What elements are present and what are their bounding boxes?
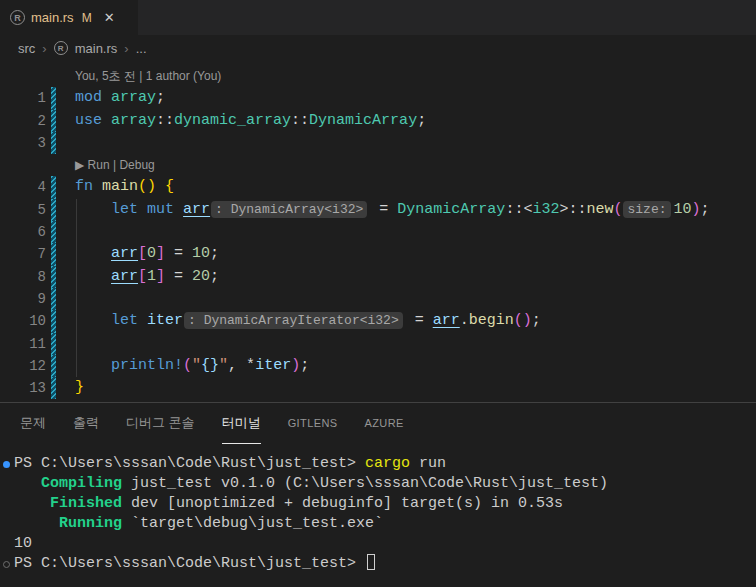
code-token: ;	[210, 268, 219, 285]
terminal-text: Finished	[50, 495, 122, 512]
terminal-cursor	[367, 554, 375, 570]
code-text[interactable]: mod array;	[75, 87, 165, 109]
code-text[interactable]: arr[1] = 20;	[75, 266, 219, 288]
inlay-hint: size:	[623, 201, 670, 218]
codelens-text: ▶ Run | Debug	[75, 154, 155, 176]
code-token: ;	[417, 112, 426, 129]
indent-guide	[76, 333, 77, 355]
terminal-text: just_test v0.1.0 (C:\Users\sssan\Code\Ru…	[122, 475, 608, 492]
line-number[interactable]: 7	[0, 243, 46, 265]
breadcrumb-item[interactable]: main.rs	[75, 41, 118, 56]
line-number[interactable]: 10	[0, 310, 46, 332]
terminal-text: run	[410, 455, 446, 472]
code-token: new	[586, 201, 613, 218]
line-number[interactable]: 13	[0, 377, 46, 399]
line-number[interactable]: 9	[0, 288, 46, 310]
terminal-text: `target\debug\just_test.exe`	[122, 515, 383, 532]
code-token: DynamicArray	[309, 112, 417, 129]
code-token: 10	[192, 245, 210, 262]
code-text[interactable]: arr[0] = 10;	[75, 243, 219, 265]
line-number[interactable]: 5	[0, 199, 46, 221]
panel-tab-gitlens[interactable]: GITLENS	[288, 403, 338, 444]
code-token: 0	[147, 245, 156, 262]
rust-file-icon: R	[10, 10, 25, 25]
line-number[interactable]: 8	[0, 266, 46, 288]
code-token: dynamic_array	[174, 112, 291, 129]
code-token: =	[370, 201, 397, 218]
modified-gutter-indicator	[51, 87, 56, 109]
code-token: *	[246, 357, 255, 374]
code-token: =	[406, 312, 433, 329]
code-token	[156, 178, 165, 195]
code-text[interactable]: let iter: DynamicArrayIterator<i32> = ar…	[75, 310, 541, 332]
code-token	[138, 312, 147, 329]
breadcrumb-item[interactable]: src	[18, 41, 35, 56]
code-text[interactable]: let mut arr: DynamicArray<i32> = Dynamic…	[75, 199, 710, 221]
code-line: 1mod array;	[0, 87, 756, 109]
close-icon[interactable]: ✕	[104, 10, 115, 25]
code-token: iter	[255, 357, 291, 374]
line-number[interactable]: 12	[0, 355, 46, 377]
prompt-decoration-icon[interactable]	[3, 561, 10, 568]
code-token: ;	[532, 312, 541, 329]
code-line: 8 arr[1] = 20;	[0, 266, 756, 288]
code-token: arr	[111, 245, 138, 262]
editor-tab-bar: R main.rs M ✕	[0, 0, 756, 35]
code-text[interactable]: use array::dynamic_array::DynamicArray;	[75, 110, 426, 132]
run-lens[interactable]: ▶ Run	[75, 158, 110, 172]
debug-lens[interactable]: Debug	[119, 158, 154, 172]
code-text[interactable]: }	[75, 377, 84, 399]
terminal-text: Running	[59, 515, 122, 532]
code-line: 2use array::dynamic_array::DynamicArray;	[0, 110, 756, 132]
line-number[interactable]: 3	[0, 132, 46, 154]
breadcrumb-item[interactable]: ...	[136, 41, 147, 56]
modified-gutter-indicator	[51, 221, 56, 243]
code-token: mod	[75, 89, 102, 106]
panel-tab-디버그-콘솔[interactable]: 디버그 콘솔	[126, 403, 195, 444]
panel-tab-터미널[interactable]: 터미널	[222, 403, 261, 444]
terminal-line: Finished dev [unoptimized + debuginfo] t…	[14, 494, 756, 514]
code-token: ()	[514, 312, 532, 329]
code-token: ::	[568, 201, 586, 218]
terminal[interactable]: PS C:\Users\sssan\Code\Rust\just_test> c…	[0, 444, 756, 574]
code-token: let	[111, 201, 138, 218]
code-token: println!	[111, 357, 183, 374]
terminal-text: 10	[14, 535, 32, 552]
codelens-row: ▶ Run | Debug	[0, 154, 756, 176]
code-line: 9	[0, 288, 756, 310]
code-token: DynamicArray	[397, 201, 505, 218]
code-token: ()	[138, 178, 156, 195]
code-token	[75, 357, 111, 374]
line-number[interactable]: 1	[0, 87, 46, 109]
code-token: arr	[183, 201, 210, 218]
code-token: "	[219, 357, 228, 374]
terminal-text: PS C:\Users\sssan\Code\Rust\just_test>	[14, 455, 365, 472]
line-number[interactable]: 4	[0, 176, 46, 198]
code-token: 10	[674, 201, 692, 218]
modified-gutter-indicator	[51, 132, 56, 154]
indent-guide	[76, 221, 77, 243]
code-token: )	[692, 201, 701, 218]
code-token	[138, 201, 147, 218]
code-text[interactable]: fn main() {	[75, 176, 174, 198]
code-token: arr	[111, 268, 138, 285]
git-modified-badge: M	[82, 11, 92, 25]
line-number[interactable]: 2	[0, 110, 46, 132]
command-decoration-icon[interactable]	[3, 461, 10, 468]
code-token: =	[165, 245, 192, 262]
panel-tab-문제[interactable]: 문제	[20, 403, 46, 444]
line-number[interactable]: 11	[0, 333, 46, 355]
line-number[interactable]: 6	[0, 221, 46, 243]
code-line: 7 arr[0] = 10;	[0, 243, 756, 265]
code-token: [	[138, 245, 147, 262]
code-text[interactable]: println!("{}", *iter);	[75, 355, 309, 377]
code-editor[interactable]: You, 5초 전 | 1 author (You)1mod array;2us…	[0, 61, 756, 402]
tab-file-name: main.rs	[31, 10, 74, 25]
tab-main-rs[interactable]: R main.rs M ✕	[0, 0, 138, 35]
panel-tab-azure[interactable]: AZURE	[365, 403, 404, 444]
rust-file-icon: R	[54, 41, 68, 55]
code-token: 20	[192, 268, 210, 285]
code-token: {}	[201, 357, 219, 374]
panel-tab-출력[interactable]: 출력	[73, 403, 99, 444]
terminal-text: cargo	[365, 455, 410, 472]
